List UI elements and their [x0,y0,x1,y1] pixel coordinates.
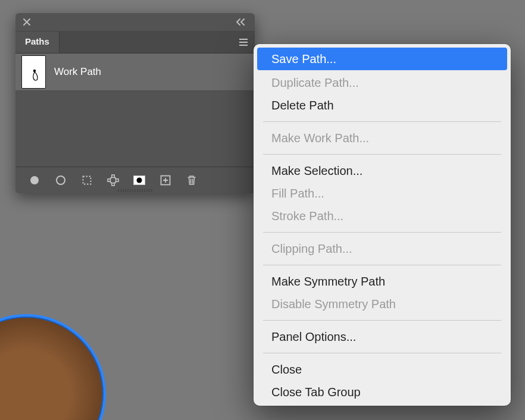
svg-rect-5 [112,175,114,177]
menu-item-clipping-path: Clipping Path... [254,237,511,260]
stroke-icon[interactable] [49,169,73,192]
path-row[interactable]: Work Path [15,54,255,91]
menu-item-save-path[interactable]: Save Path... [257,48,507,70]
menu-separator [263,353,501,353]
menu-item-make-selection[interactable]: Make Selection... [254,159,511,182]
menu-item-close-tab-group[interactable]: Close Tab Group [254,381,511,403]
svg-rect-3 [83,177,91,184]
menu-item-fill-path: Fill Path... [254,182,511,205]
paths-panel: Paths Work Path [15,13,255,193]
menu-item-stroke-path: Stroke Path... [254,205,511,227]
svg-rect-8 [116,179,118,181]
svg-rect-6 [112,183,114,186]
menu-item-duplicate-path: Duplicate Path... [254,71,511,94]
svg-rect-7 [108,179,110,181]
menu-item-panel-options[interactable]: Panel Options... [254,325,511,348]
menu-separator [263,121,501,122]
menu-separator [263,320,501,321]
resize-grip-icon[interactable] [117,185,153,196]
close-icon[interactable] [21,17,32,27]
panel-titlebar[interactable] [15,13,255,32]
new-path-icon[interactable] [154,169,177,192]
selection-icon[interactable] [75,169,99,192]
panel-tabbar-spacer [60,32,235,53]
canvas-object-edge [0,314,106,420]
path-thumbnail[interactable] [21,55,46,89]
menu-separator [263,232,501,233]
svg-point-1 [30,176,39,184]
fill-with-foreground-icon[interactable] [23,169,46,192]
menu-item-close[interactable]: Close [254,358,511,381]
menu-separator [263,154,501,155]
menu-item-delete-path[interactable]: Delete Path [254,94,511,117]
panel-menu-button[interactable] [235,32,255,53]
menu-item-disable-symmetry: Disable Symmetry Path [254,293,511,315]
panel-body: Work Path [15,54,255,167]
tab-paths[interactable]: Paths [15,32,60,53]
menu-item-make-symmetry[interactable]: Make Symmetry Path [254,270,511,293]
panel-tabbar: Paths [15,32,255,54]
svg-point-2 [57,176,65,184]
menu-separator [263,265,501,265]
menu-item-make-work-path: Make Work Path... [254,127,511,149]
path-name-label: Work Path [54,66,101,78]
collapse-icon[interactable] [235,17,249,27]
paths-panel-flyout-menu: Save Path...Duplicate Path...Delete Path… [254,44,511,406]
svg-point-10 [137,178,142,183]
delete-path-icon[interactable] [180,169,204,192]
